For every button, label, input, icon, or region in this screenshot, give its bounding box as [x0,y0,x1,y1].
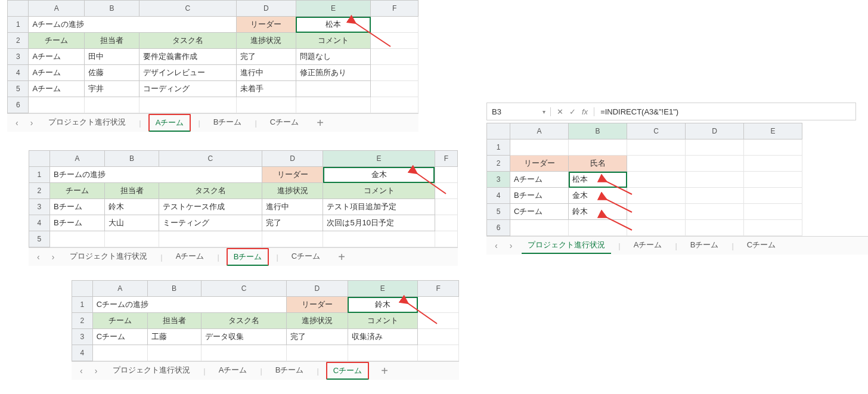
cell[interactable] [236,97,296,113]
cell[interactable]: 進行中 [262,199,323,215]
cell[interactable] [85,97,140,113]
summary-grid[interactable]: A B C D E 1 2 リーダー 氏名 3 Aチーム 松本 [486,123,802,236]
tab-nav-next-icon[interactable]: › [28,118,36,128]
tab-summary[interactable]: プロジェクト進行状況 [64,249,153,265]
tab-nav-next-icon[interactable]: › [49,252,57,262]
tab-team-a[interactable]: Aチーム [628,237,668,254]
cell[interactable] [435,183,457,199]
corner-cell[interactable] [72,281,93,297]
cell[interactable]: 未着手 [236,81,296,97]
name-col-header[interactable]: 氏名 [569,156,627,172]
row-header[interactable]: 1 [8,17,29,33]
cell[interactable] [159,231,262,247]
col-progress-header[interactable]: 進捗状況 [236,33,296,49]
sheet-title[interactable]: Bチームの進捗 [49,167,262,183]
col-team-header[interactable]: チーム [92,313,147,329]
col-progress-header[interactable]: 進捗状況 [262,183,323,199]
sheet-title[interactable]: Aチームの進捗 [29,17,236,33]
cell[interactable]: Bチーム [49,215,104,231]
cell[interactable] [686,220,744,236]
tab-summary[interactable]: プロジェクト進行状況 [522,237,611,254]
cell[interactable]: 鈴木 [105,199,159,215]
col-header[interactable]: E [323,151,435,167]
cell[interactable] [510,220,569,236]
row-header[interactable]: 4 [29,215,50,231]
col-comment-header[interactable]: コメント [296,33,370,49]
cell[interactable] [140,97,237,113]
tab-team-b[interactable]: Bチーム [269,362,310,379]
col-person-header[interactable]: 担当者 [85,33,140,49]
add-sheet-button[interactable]: + [333,250,350,264]
row-header[interactable]: 4 [72,345,93,361]
cell[interactable] [435,167,457,183]
row-header[interactable]: 3 [487,172,510,188]
col-header[interactable]: B [85,1,140,17]
cell[interactable] [569,220,627,236]
cell[interactable] [418,329,459,345]
sheet-title[interactable]: Cチームの進捗 [92,297,287,313]
tab-summary[interactable]: プロジェクト進行状況 [42,114,132,131]
cell[interactable]: 工藤 [147,329,201,345]
col-person-header[interactable]: 担当者 [105,183,159,199]
col-header[interactable]: F [435,151,457,167]
tab-team-c[interactable]: Cチーム [286,249,326,265]
tab-team-a[interactable]: Aチーム [170,249,210,265]
cell[interactable]: Cチーム [510,204,569,220]
col-header[interactable]: D [262,151,323,167]
cell[interactable] [418,313,459,329]
row-header[interactable]: 3 [29,199,50,215]
cell[interactable] [92,345,147,361]
cell[interactable] [744,204,802,220]
col-header[interactable]: B [105,151,159,167]
col-team-header[interactable]: チーム [49,183,104,199]
tab-nav-next-icon[interactable]: › [507,241,515,250]
cell[interactable]: Cチーム [92,329,147,345]
tab-team-c[interactable]: Cチーム [264,114,305,131]
cell[interactable] [371,65,418,81]
cell[interactable]: Bチーム [510,188,569,204]
col-header[interactable]: C [201,281,287,297]
cell[interactable] [296,97,370,113]
cell[interactable] [744,220,802,236]
cell[interactable] [323,231,435,247]
row-header[interactable]: 2 [8,33,29,49]
tab-team-a[interactable]: Aチーム [213,362,253,379]
row-header[interactable]: 3 [8,49,29,65]
cell[interactable] [418,297,459,313]
cell[interactable]: 鈴木 [569,204,627,220]
col-header[interactable]: A [92,281,147,297]
cell[interactable]: ミーティング [159,215,262,231]
tab-nav-next-icon[interactable]: › [92,366,100,376]
cell[interactable] [569,139,627,156]
tab-nav-prev-icon[interactable]: ‹ [78,366,85,376]
cell[interactable]: 問題なし [296,49,370,65]
cell[interactable] [686,156,744,172]
cell[interactable] [627,188,686,204]
confirm-icon[interactable]: ✓ [569,107,576,116]
corner-cell[interactable] [487,123,510,139]
cell[interactable] [371,81,418,97]
cell[interactable]: 進行中 [236,65,296,81]
col-header[interactable]: E [296,1,370,17]
cell[interactable] [201,345,287,361]
cell[interactable]: 修正箇所あり [296,65,370,81]
cell[interactable]: 金木 [569,188,627,204]
cell[interactable] [686,204,744,220]
cell[interactable] [627,172,686,188]
cell[interactable] [371,97,418,113]
cell[interactable]: 完了 [287,329,348,345]
col-header[interactable]: A [29,1,85,17]
cell[interactable]: 次回は5月10日予定 [323,215,435,231]
col-team-header[interactable]: チーム [29,33,85,49]
sheet-c-grid[interactable]: A B C D E F 1 Cチームの進捗 リーダー 鈴木 2 チーム 担当者 … [72,280,459,361]
tab-team-a[interactable]: Aチーム [148,114,191,132]
col-header[interactable]: C [140,1,237,17]
tab-team-c[interactable]: Cチーム [326,362,369,380]
cell[interactable]: Bチーム [49,199,104,215]
row-header[interactable]: 2 [72,313,93,329]
cell[interactable]: 佐藤 [85,65,140,81]
col-header[interactable]: F [371,1,418,17]
formula-input[interactable]: =INDIRECT(A3&"!E1") [594,107,855,116]
col-header[interactable]: B [569,123,627,139]
row-header[interactable]: 5 [487,204,510,220]
